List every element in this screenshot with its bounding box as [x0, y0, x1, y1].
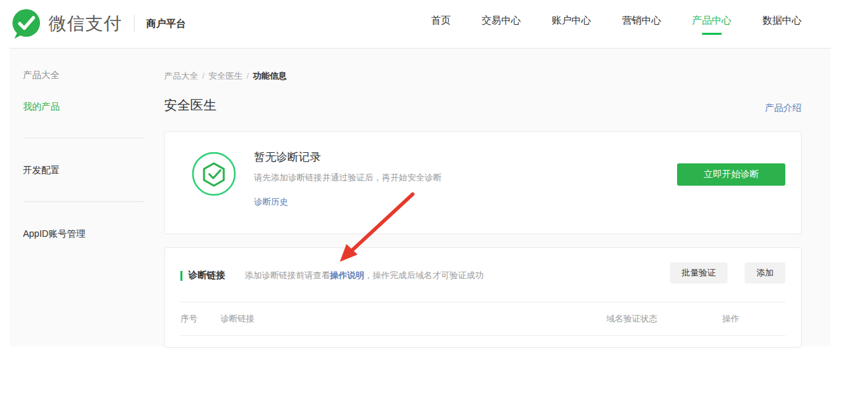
page-title: 安全医生 [164, 96, 217, 114]
column-header-index: 序号 [180, 313, 220, 325]
empty-state-title: 暂无诊断记录 [254, 150, 442, 165]
breadcrumb-current: 功能信息 [253, 71, 287, 81]
sidebar: 产品大全 我的产品 开发配置 AppID账号管理 [10, 49, 154, 260]
nav-item-home[interactable]: 首页 [431, 13, 451, 28]
main-content: 产品大全/安全医生/功能信息 安全医生 产品介绍 暂无诊断记录 请先添加诊断链接… [154, 49, 831, 347]
sidebar-item-my-products[interactable]: 我的产品 [23, 101, 154, 113]
column-header-link: 诊断链接 [220, 313, 606, 325]
tip-suffix: ，操作完成后域名才可验证成功 [364, 270, 484, 280]
empty-state-subtitle: 请先添加诊断链接并通过验证后，再开始安全诊断 [254, 172, 442, 184]
nav-item-products-label: 产品中心 [692, 14, 732, 26]
column-header-actions: 操作 [722, 313, 785, 325]
sidebar-item-all-products[interactable]: 产品大全 [23, 70, 154, 81]
nav-item-products[interactable]: 产品中心 [692, 13, 732, 28]
nav-item-marketing[interactable]: 营销中心 [622, 13, 661, 28]
brand-title: 微信支付 [49, 12, 122, 35]
title-row: 安全医生 产品介绍 [164, 96, 802, 114]
breadcrumb-separator: / [247, 71, 249, 81]
column-header-domain-status: 域名验证状态 [606, 313, 722, 325]
section-title: 诊断链接 [188, 270, 225, 281]
product-intro-link[interactable]: 产品介绍 [765, 102, 802, 114]
brand-divider [134, 15, 134, 32]
portal-label: 商户平台 [146, 18, 186, 30]
active-nav-underline [702, 33, 722, 35]
nav-item-account[interactable]: 账户中心 [552, 13, 591, 28]
breadcrumb-separator: / [202, 71, 205, 81]
operation-guide-link[interactable]: 操作说明 [330, 270, 364, 280]
sidebar-divider [23, 201, 144, 202]
links-actions: 批量验证 添加 [670, 262, 785, 283]
diagnosis-links-card: 诊断链接 添加诊断链接前请查看操作说明，操作完成后域名才可验证成功 批量验证 添… [164, 247, 802, 348]
page-container: 产品大全 我的产品 开发配置 AppID账号管理 产品大全/安全医生/功能信息 … [10, 48, 831, 346]
top-header: 微信支付 商户平台 首页 交易中心 账户中心 营销中心 产品中心 数据中心 [0, 0, 868, 48]
diagnosis-empty-card: 暂无诊断记录 请先添加诊断链接并通过验证后，再开始安全诊断 诊断历史 立即开始诊… [164, 131, 802, 234]
tip-prefix: 添加诊断链接前请查看 [245, 270, 330, 280]
nav-item-data[interactable]: 数据中心 [762, 13, 802, 28]
add-link-button[interactable]: 添加 [745, 262, 785, 283]
breadcrumb: 产品大全/安全医生/功能信息 [164, 70, 802, 82]
start-diagnosis-button[interactable]: 立即开始诊断 [677, 163, 785, 186]
diagnosis-links-header: 诊断链接 添加诊断链接前请查看操作说明，操作完成后域名才可验证成功 批量验证 添… [180, 268, 785, 283]
sidebar-item-dev-config[interactable]: 开发配置 [23, 165, 154, 176]
section-accent-bar [180, 271, 182, 281]
sidebar-divider [23, 138, 144, 138]
empty-state-texts: 暂无诊断记录 请先添加诊断链接并通过验证后，再开始安全诊断 诊断历史 [254, 148, 442, 208]
breadcrumb-item[interactable]: 产品大全 [164, 71, 198, 81]
wechat-pay-logo-icon [10, 8, 42, 39]
links-table-header: 序号 诊断链接 域名验证状态 操作 [180, 302, 785, 336]
top-navigation: 首页 交易中心 账户中心 营销中心 产品中心 数据中心 [431, 13, 802, 28]
nav-item-transactions[interactable]: 交易中心 [482, 13, 521, 28]
brand: 微信支付 商户平台 [10, 8, 186, 39]
batch-verify-button[interactable]: 批量验证 [670, 262, 728, 283]
section-tip: 添加诊断链接前请查看操作说明，操作完成后域名才可验证成功 [245, 270, 484, 281]
diagnosis-history-link[interactable]: 诊断历史 [254, 196, 288, 208]
breadcrumb-item[interactable]: 安全医生 [209, 71, 243, 81]
sidebar-item-appid-management[interactable]: AppID账号管理 [23, 228, 154, 240]
security-shield-icon [191, 151, 237, 197]
